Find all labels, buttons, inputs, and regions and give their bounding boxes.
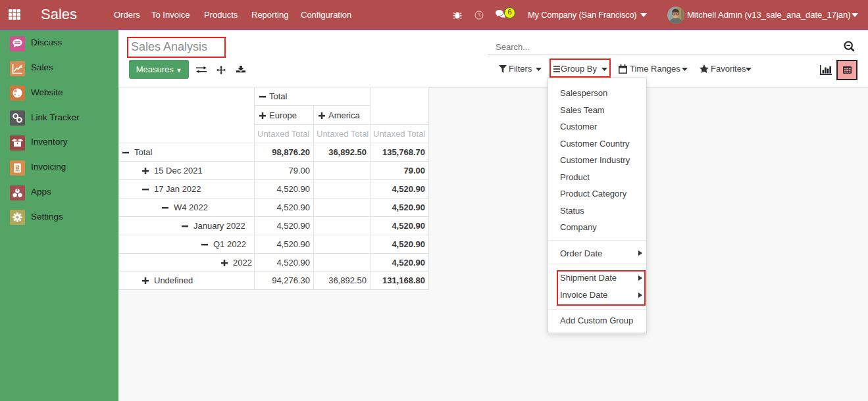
svg-text:$: $ (16, 164, 19, 169)
